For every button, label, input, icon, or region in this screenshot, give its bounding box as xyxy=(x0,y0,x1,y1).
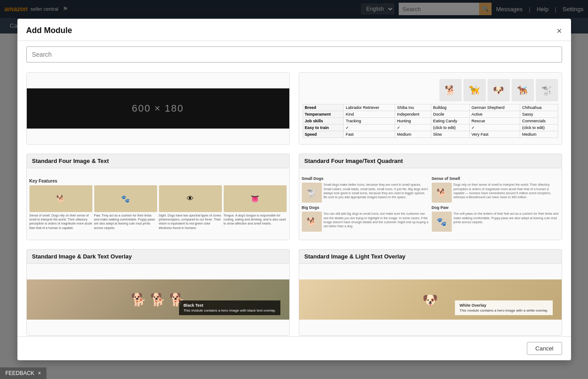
modal-overlay: Add Module × 600 × 180 xyxy=(0,0,588,42)
modal-title: Add Module xyxy=(26,26,72,35)
modal-header: Add Module × xyxy=(17,19,571,41)
modal-close-button[interactable]: × xyxy=(557,26,562,35)
modal-search-area xyxy=(17,41,571,42)
add-module-modal: Add Module × 600 × 180 xyxy=(17,19,571,42)
